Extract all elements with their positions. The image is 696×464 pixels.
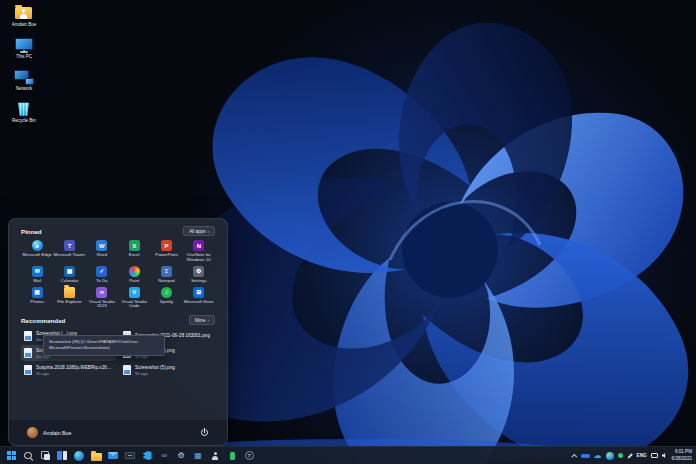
app-label: Visual Studio 2019 [86, 300, 118, 310]
taskbar-phone[interactable] [225, 449, 239, 463]
taskbar-vscode[interactable] [140, 449, 154, 463]
pinned-app-onenote[interactable]: N OneNote for Windows 10 [183, 240, 215, 263]
edge-icon: e [32, 240, 43, 251]
clock[interactable]: 6:01 PM 6/28/2021 [672, 449, 692, 461]
pinned-app-to-do[interactable]: ✓ To Do [86, 266, 118, 284]
pinned-app-mail[interactable]: ✉ Mail [21, 266, 53, 284]
pinned-app-photos[interactable]: ▣ Photos [21, 287, 53, 310]
app-glyph: X [132, 243, 136, 249]
hidden-icons-chevron-icon[interactable] [571, 453, 577, 459]
network-icon [14, 69, 34, 85]
app-glyph: ∞ [100, 289, 104, 295]
pinned-app-microsoft-teams[interactable]: T Microsoft Teams [53, 240, 85, 263]
user-name: Amdain Bue [43, 430, 71, 436]
desktop-icon-label: Recycle Bin [12, 119, 36, 124]
pinned-app-spotify[interactable]: ♫ Spotify [150, 287, 182, 310]
desktop-icon-label: Network [16, 87, 33, 92]
taskbar-file-explorer[interactable] [89, 449, 103, 463]
app-label: OneNote for Windows 10 [183, 253, 215, 263]
help-icon: ? [245, 451, 254, 460]
recommended-item[interactable]: Suspiria.2018.1080p.WEBRip.x264-[... 1h … [21, 362, 116, 378]
app-glyph: ▦ [67, 268, 73, 274]
desktop-icon-list: Amdain Bue This PC Network Recycle Bin [2, 5, 46, 124]
app-label: Photos [21, 300, 53, 305]
mail-icon: ✉ [32, 266, 43, 277]
pinned-app-excel[interactable]: X Excel [118, 240, 150, 263]
taskbar-search[interactable] [21, 449, 35, 463]
start-button[interactable] [4, 449, 18, 463]
clock-time: 6:01 PM [672, 449, 692, 455]
pinned-app-visual-studio-code[interactable]: V Visual Studio Code [118, 287, 150, 310]
pinned-app-settings[interactable]: ⚙ Settings [183, 266, 215, 284]
more-button[interactable]: More › [189, 315, 215, 325]
desktop-icon-network[interactable]: Network [2, 69, 46, 92]
file-name: Suspiria.2018.1080p.WEBRip.x264-[... [36, 365, 113, 370]
app-glyph: ✉ [35, 268, 40, 274]
app-label: PowerPoint [150, 253, 182, 258]
network-icon[interactable] [651, 453, 658, 458]
taskbar-settings[interactable]: ⚙ [174, 449, 188, 463]
app-glyph: V [132, 289, 136, 295]
power-button[interactable] [200, 428, 209, 437]
pinned-app-microsoft-store[interactable]: ⊞ Microsoft Store [183, 287, 215, 310]
bluetooth-pill-icon[interactable] [581, 454, 590, 458]
app-glyph: N [197, 243, 201, 249]
recycle-bin-icon [14, 101, 34, 117]
edge-globe-icon[interactable] [606, 452, 614, 460]
app-label: Mail [21, 279, 53, 284]
pinned-app-word[interactable]: W Word [86, 240, 118, 263]
file-name: Screenshot (5).png [135, 365, 175, 370]
app-label: Excel [118, 253, 150, 258]
media-player-icon [125, 452, 135, 459]
user-profile-button[interactable]: Amdain Bue [27, 427, 71, 438]
taskbar-mail[interactable] [106, 449, 120, 463]
volume-icon[interactable] [662, 453, 668, 459]
all-apps-button[interactable]: All apps › [183, 226, 215, 236]
pinned-app-visual-studio-2019[interactable]: ∞ Visual Studio 2019 [86, 287, 118, 310]
language-indicator[interactable]: ENG [637, 453, 647, 458]
desktop-icon-user-folder[interactable]: Amdain Bue [2, 5, 46, 28]
teams-icon: T [64, 240, 75, 251]
desktop-icon-recycle-bin[interactable]: Recycle Bin [2, 101, 46, 124]
edge-icon [74, 451, 84, 461]
onedrive-cloud-icon[interactable]: ☁ [594, 452, 602, 460]
notepad-icon: ≡ [161, 266, 172, 277]
file-time: 1h ago [36, 371, 113, 376]
taskbar-people[interactable] [208, 449, 222, 463]
status-green-icon[interactable] [618, 453, 623, 458]
pinned-app-microsoft-edge[interactable]: e Microsoft Edge [21, 240, 53, 263]
person-icon [210, 451, 220, 461]
pinned-app-paint[interactable]: Paint [118, 266, 150, 284]
image-file-icon [24, 331, 32, 341]
pinned-app-file-explorer[interactable]: File Explorer [53, 287, 85, 310]
taskbar-edge[interactable] [72, 449, 86, 463]
app-glyph: ⊞ [196, 289, 201, 295]
file-path-tooltip: Screenshot (39) (C:\Users\PARAMV\OneDriv… [43, 335, 165, 356]
gear-icon: ⚙ [177, 452, 184, 460]
start-menu-footer: Amdain Bue [9, 419, 227, 445]
powerpoint-icon: P [161, 240, 172, 251]
app-label: File Explorer [53, 300, 85, 305]
more-label: More [195, 318, 205, 323]
pen-icon[interactable] [627, 453, 632, 458]
phone-icon [230, 452, 235, 460]
task-view-icon [40, 450, 51, 461]
taskbar-calendar[interactable]: ▦ [191, 449, 205, 463]
vscode-icon: V [129, 287, 140, 298]
recommended-item[interactable]: Screenshot (5).png 9h ago [120, 362, 215, 378]
desktop-icon-this-pc[interactable]: This PC [2, 37, 46, 60]
image-file-icon [123, 365, 131, 375]
pinned-apps-grid: e Microsoft Edge T Microsoft Teams W Wor… [21, 240, 215, 309]
taskbar-visual-studio[interactable]: ∞ [157, 449, 171, 463]
taskbar-widgets[interactable] [55, 449, 69, 463]
taskbar-task-view[interactable] [38, 449, 52, 463]
app-glyph: W [99, 243, 105, 249]
taskbar-media-player[interactable] [123, 449, 137, 463]
taskbar-help[interactable]: ? [242, 449, 256, 463]
pinned-app-notepad[interactable]: ≡ Notepad [150, 266, 182, 284]
pinned-app-calendar[interactable]: ▦ Calendar [53, 266, 85, 284]
gear-icon: ⚙ [193, 266, 204, 277]
vscode-icon [143, 451, 152, 460]
pinned-app-powerpoint[interactable]: P PowerPoint [150, 240, 182, 263]
clock-date: 6/28/2021 [672, 456, 692, 462]
